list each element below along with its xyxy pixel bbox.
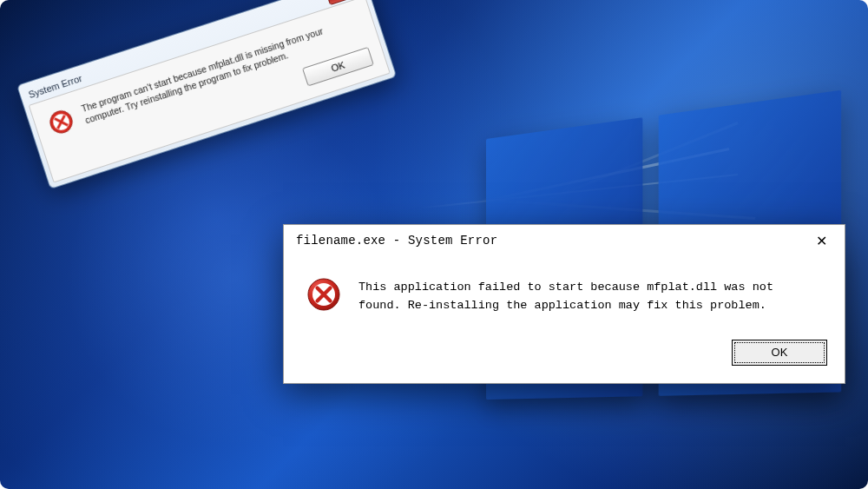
ok-button[interactable]: OK <box>302 47 374 87</box>
dialog-message: This application failed to start because… <box>358 277 822 315</box>
error-icon <box>306 277 341 312</box>
close-icon: ✕ <box>816 233 827 249</box>
ok-button[interactable]: OK <box>732 340 827 366</box>
titlebar[interactable]: filename.exe - System Error ✕ <box>284 225 845 256</box>
close-button[interactable]: ✕ <box>805 228 838 253</box>
dialog-title: filename.exe - System Error <box>296 234 805 248</box>
error-dialog-foreground: filename.exe - System Error ✕ This appli… <box>283 224 845 384</box>
